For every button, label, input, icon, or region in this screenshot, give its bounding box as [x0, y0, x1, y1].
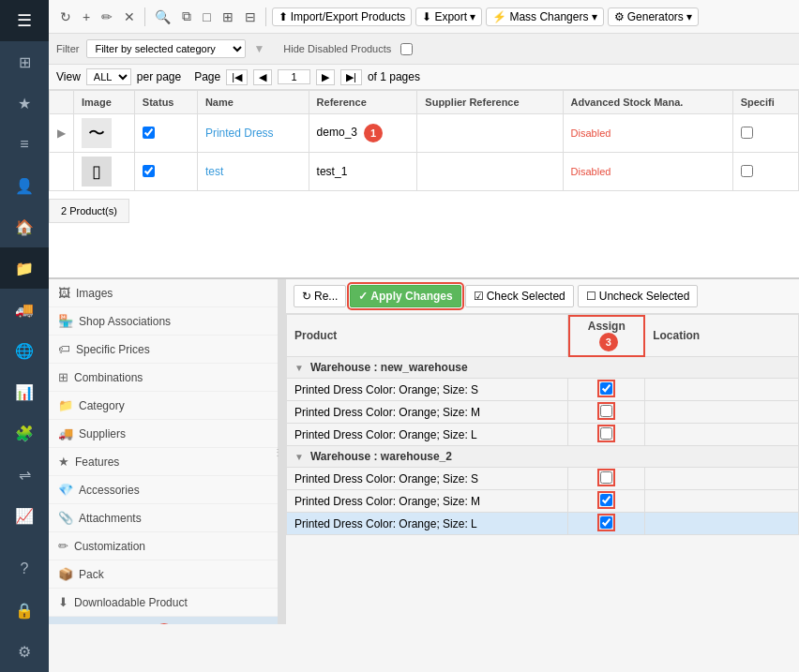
side-menu-item-customization[interactable]: ✏ Customization — [49, 532, 278, 560]
refresh-button[interactable]: ↻ — [56, 7, 75, 26]
sidebar-icon-home[interactable]: 🏠 — [0, 206, 49, 247]
product-name-link-1[interactable]: Printed Dress — [205, 127, 274, 140]
side-menu-item-pack[interactable]: 📦 Pack — [49, 560, 278, 589]
wh-assign-checkbox[interactable] — [600, 405, 612, 417]
side-menu-item-category[interactable]: 📁 Category — [49, 392, 278, 420]
warehouse-name-1: Warehouse : new_warehouse — [310, 361, 468, 374]
th-reference[interactable]: Reference — [309, 91, 417, 114]
side-menu-item-attachments[interactable]: 📎 Attachments — [49, 504, 278, 532]
expand-cell[interactable]: ▶ — [50, 114, 74, 153]
view-button[interactable]: □ — [199, 7, 214, 26]
expand-cell-2[interactable] — [50, 153, 74, 191]
th-product[interactable]: Product — [287, 315, 568, 357]
edit-button[interactable]: ✏ — [98, 7, 116, 26]
filter-select[interactable]: Filter by selected category — [86, 39, 246, 58]
export-button[interactable]: ⬇ Export ▾ — [415, 7, 482, 26]
mass-changers-button[interactable]: ⚡ Mass Changers ▾ — [486, 7, 603, 26]
side-menu-item-downloadable[interactable]: ⬇ Downloadable Product — [49, 589, 278, 617]
th-adv-stock[interactable]: Advanced Stock Mana. — [563, 91, 732, 114]
wh-assign-cell[interactable] — [568, 490, 645, 513]
sidebar-icon-reports[interactable]: 📈 — [0, 495, 49, 536]
sidebar-icon-sliders[interactable]: ⇌ — [0, 454, 49, 495]
status-cell-2[interactable] — [134, 153, 197, 191]
side-menu-item-specific-prices[interactable]: 🏷 Specific Prices — [49, 336, 278, 364]
specific-cell-1[interactable] — [732, 114, 798, 153]
wh-assign-checkbox[interactable] — [600, 516, 612, 529]
page-input[interactable] — [278, 69, 310, 84]
sidebar-icon-catalog[interactable]: 📁 — [0, 247, 49, 289]
suppliers-icon: 🚚 — [58, 426, 73, 441]
wh-assign-checkbox[interactable] — [600, 427, 612, 440]
expand-btn-1[interactable]: ▶ — [57, 127, 66, 140]
side-menu-item-warehouses[interactable]: 🏭 Warehouses 2 — [49, 617, 278, 624]
sidebar-icon-star[interactable]: ★ — [0, 82, 49, 124]
grid-button[interactable]: ⊞ — [219, 7, 237, 26]
th-specific[interactable]: Specifi — [732, 91, 798, 114]
uncheck-selected-button[interactable]: ☐ Uncheck Selected — [578, 285, 699, 307]
first-page-btn[interactable]: |◀ — [226, 69, 248, 85]
search-button[interactable]: 🔍 — [151, 7, 174, 26]
wh-assign-checkbox[interactable] — [600, 471, 612, 484]
th-assign[interactable]: Assign 3 — [568, 315, 645, 357]
wh-assign-checkbox[interactable] — [600, 494, 612, 506]
sidebar-icon-puzzle[interactable]: 🧩 — [0, 412, 49, 454]
filter-funnel-icon: ▼ — [253, 42, 264, 55]
sidebar-icon-stats[interactable]: 📊 — [0, 371, 49, 412]
copy-button[interactable]: ⧉ — [178, 7, 195, 26]
side-menu-item-images[interactable]: 🖼 Images — [49, 279, 278, 307]
combinations-label: Combinations — [74, 371, 143, 384]
wh-assign-cell[interactable] — [568, 379, 645, 401]
import-export-button[interactable]: ⬆ Import/Export Products — [272, 7, 413, 26]
specific-cell-2[interactable] — [732, 153, 798, 191]
wh-assign-cell[interactable] — [568, 424, 645, 446]
sidebar-icon-dashboard[interactable]: ⊞ — [0, 41, 49, 82]
status-checkbox-2[interactable] — [143, 165, 155, 177]
images-icon: 🖼 — [58, 286, 70, 300]
collapse-arrow-1[interactable]: ▼ — [294, 363, 304, 373]
generators-button[interactable]: ⚙ Generators ▾ — [608, 7, 699, 26]
side-menu-item-shop-associations[interactable]: 🏪 Shop Associations — [49, 307, 278, 336]
th-status[interactable]: Status — [134, 91, 197, 114]
prev-page-btn[interactable]: ◀ — [253, 69, 272, 85]
menu-toggle-btn[interactable]: ☰ — [0, 0, 49, 41]
sidebar-icon-orders[interactable]: ≡ — [0, 124, 49, 165]
th-location[interactable]: Location — [645, 315, 799, 357]
hide-disabled-checkbox[interactable] — [400, 43, 413, 55]
side-menu-item-combinations[interactable]: ⊞ Combinations — [49, 364, 278, 392]
drag-handle[interactable]: ⋮⋮ — [279, 279, 286, 624]
add-button[interactable]: + — [79, 7, 94, 26]
delete-button[interactable]: ✕ — [120, 7, 139, 26]
image-cell-1: 〜 — [74, 114, 135, 153]
side-menu-item-accessories[interactable]: 💎 Accessories — [49, 476, 278, 504]
next-page-btn[interactable]: ▶ — [316, 69, 335, 85]
check-selected-button[interactable]: ☑ Check Selected — [465, 285, 574, 307]
status-checkbox-1[interactable] — [143, 127, 155, 139]
wh-assign-cell[interactable] — [568, 401, 645, 424]
wh-assign-cell[interactable] — [568, 513, 645, 535]
wh-assign-checkbox[interactable] — [600, 382, 612, 395]
wh-row: Printed Dress Color: Orange; Size: L — [287, 424, 799, 446]
side-menu-item-suppliers[interactable]: 🚚 Suppliers — [49, 420, 278, 448]
view-select[interactable]: ALL — [86, 68, 131, 85]
sidebar-icon-lock[interactable]: 🔒 — [0, 590, 49, 631]
apply-changes-button[interactable]: ✓ Apply Changes — [350, 285, 460, 307]
side-menu-item-features[interactable]: ★ Features — [49, 448, 278, 476]
sidebar-icon-globe[interactable]: 🌐 — [0, 330, 49, 371]
collapse-arrow-2[interactable]: ▼ — [294, 452, 304, 462]
sidebar-icon-help[interactable]: ? — [0, 548, 49, 590]
sidebar-icon-truck[interactable]: 🚚 — [0, 289, 49, 330]
th-image[interactable]: Image — [74, 91, 135, 114]
th-supplier-ref[interactable]: Supplier Reference — [417, 91, 563, 114]
status-cell-1[interactable] — [134, 114, 197, 153]
sidebar-icon-person[interactable]: 👤 — [0, 165, 49, 206]
wh-assign-cell[interactable] — [568, 468, 645, 490]
specific-checkbox-1[interactable] — [741, 127, 753, 139]
last-page-btn[interactable]: ▶| — [340, 69, 362, 85]
sidebar-icon-settings[interactable]: ⚙ — [0, 631, 49, 672]
product-name-link-2[interactable]: test — [205, 165, 223, 178]
th-name[interactable]: Name — [197, 91, 309, 114]
grid2-button[interactable]: ⊟ — [241, 7, 260, 26]
refresh-wh-button[interactable]: ↻ Re... — [294, 285, 346, 307]
wh-header-row: Product Assign 3 Location — [287, 315, 799, 357]
specific-checkbox-2[interactable] — [741, 165, 753, 177]
